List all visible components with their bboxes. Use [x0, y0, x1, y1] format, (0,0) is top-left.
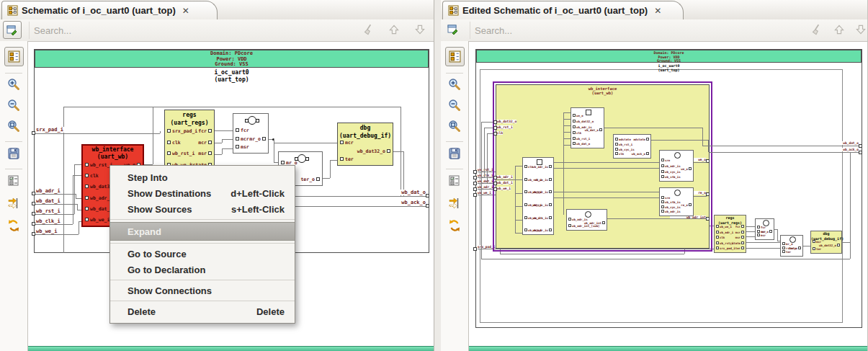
schematic-mode-button[interactable]: [445, 47, 465, 66]
new-search-button[interactable]: [3, 21, 22, 39]
pin-label: sre: [661, 159, 670, 163]
wire: [215, 130, 233, 131]
port-pin: [473, 182, 477, 185]
pin-label: ter: [782, 250, 791, 254]
menu-item-show-destinations[interactable]: Show Destinationsd+Left-Click: [110, 185, 295, 201]
block-regs[interactable]: regs (uart_regs) wb_we_iwb_adr_iclkwb_rs…: [714, 215, 746, 253]
display-options-button[interactable]: [6, 174, 21, 188]
flipflop-icon: [586, 110, 591, 115]
search-input[interactable]: [470, 22, 764, 39]
find-previous-icon[interactable]: [833, 23, 847, 37]
menu-label: Expand: [127, 226, 161, 237]
clear-search-icon[interactable]: [810, 23, 824, 37]
block-dbg[interactable]: dbg (uart_debug_if) mcrter wb_dat32_o: [337, 123, 393, 166]
port-label: srx_pad_i: [35, 127, 64, 133]
refresh-icon: [448, 219, 461, 232]
wire: [515, 233, 522, 234]
tab-edited-schematic[interactable]: Edited Schematic of i_oc_uart0 (uart_top…: [442, 1, 684, 19]
zoom-fit-icon: [7, 120, 20, 133]
zoom-in-icon: [7, 78, 20, 91]
port-label: wb_rst_i: [35, 208, 61, 214]
we-right-pins: we_o: [661, 159, 692, 179]
pin-label: wb_we_i: [85, 218, 109, 223]
subblock-we[interactable]: srewb_adr_iswb_cyc_iswb_stb_is we_o: [659, 150, 694, 182]
block-dbg[interactable]: dbg (uart_debug_if) mcrter wb_dat32_o: [810, 231, 842, 254]
logic1-right-pins: mr_o: [236, 128, 266, 150]
pin-label: wb_cyc_is: [615, 148, 635, 152]
search-input[interactable]: [29, 22, 323, 39]
toolbar-separator: [5, 73, 22, 74]
close-icon[interactable]: ✕: [654, 6, 661, 16]
pin-label: mcr: [236, 137, 249, 142]
wire: [481, 122, 493, 123]
menu-item-show-sources[interactable]: Show Sourcess+Left-Click: [110, 201, 295, 217]
trace-ports-button[interactable]: [447, 196, 462, 210]
wire: [330, 160, 337, 161]
menu-item-show-connections[interactable]: Show Connections: [110, 283, 295, 298]
menu-item-expand[interactable]: Expand: [110, 222, 295, 241]
pin-label: wb_dat_o: [573, 142, 590, 146]
tab-schematic[interactable]: Schematic of i_oc_uart0 (uart_top) ✕: [1, 1, 218, 19]
edge-pin-label: wb_dat32_o: [497, 120, 516, 123]
regs-right-pins: fcrmcrmsrrstateter: [716, 225, 744, 251]
find-next-icon[interactable]: [854, 23, 868, 37]
refresh-button[interactable]: [447, 218, 462, 233]
pin-label: adstate: [633, 138, 649, 142]
new-search-button[interactable]: [447, 24, 460, 37]
sync-left-pins: clkwb_rst_iwb_dat_iwb_adr_iwb_we_iwb_ack…: [524, 165, 552, 233]
subblock-sync[interactable]: clkwb_rst_iwb_dat_iwb_adr_iwb_we_iwb_ack…: [522, 157, 554, 235]
wire: [160, 131, 161, 133]
trace-ports-button[interactable]: [6, 196, 21, 210]
pin-label: ter: [813, 247, 821, 252]
schematic-mode-button[interactable]: [4, 47, 24, 66]
find-next-icon[interactable]: [413, 23, 428, 37]
schematic-icon: [7, 5, 18, 16]
menu-item-step-into[interactable]: Step Into: [110, 169, 295, 185]
zoom-fit-button[interactable]: [447, 119, 462, 133]
context-menu: Step Into Show Destinationsd+Left-Click …: [109, 165, 295, 324]
wire: [651, 140, 708, 141]
subblock-ack[interactable]: adstatewb_rst_iwb_cyc_isclk adstatewb_ac…: [613, 134, 651, 159]
block-logic2[interactable]: mr_orstateter ter_o: [780, 235, 803, 257]
edge-pin-label: clk: [497, 131, 503, 135]
close-icon[interactable]: ✕: [182, 6, 189, 16]
block-logic1[interactable]: fcrmcrmsr mr_o: [755, 218, 774, 240]
port-pin: [473, 170, 477, 174]
clear-search-icon[interactable]: [362, 23, 376, 37]
pin-label: fcr: [198, 129, 212, 134]
zoom-out-button[interactable]: [6, 98, 21, 112]
display-options-button[interactable]: [447, 174, 462, 188]
menu-item-go-to-declaration[interactable]: Go to Declaration: [110, 262, 295, 277]
logic1-left-pins: fcrmcrmsr: [757, 226, 772, 238]
wire: [34, 234, 79, 235]
wire: [694, 196, 707, 197]
menu-item-go-to-source[interactable]: Go to Source: [110, 246, 295, 262]
refresh-button[interactable]: [6, 218, 21, 233]
save-button[interactable]: [6, 146, 21, 161]
block-logic1[interactable]: fcrmcrmsr mr_o: [233, 113, 269, 154]
find-previous-icon[interactable]: [388, 23, 402, 37]
subblock-dat[interactable]: we_owb_dat32_owb_adr_isclkwb_rst_iwb_dat…: [571, 107, 604, 148]
zoom-fit-button[interactable]: [6, 119, 21, 133]
pin-label: wb_adr_is: [532, 228, 552, 233]
menu-item-delete[interactable]: DeleteDelete: [110, 303, 295, 319]
wire: [554, 197, 659, 198]
subblock-adr[interactable]: wb_adr_iswb_adr_int_[sub] wb_adr_int: [566, 209, 607, 231]
pin-label: clk: [573, 131, 581, 135]
zoom-out-button[interactable]: [447, 98, 462, 112]
power-domain-banner: Domain: PDcore Power: VDD Ground: VSS: [35, 50, 429, 68]
adr-left-pins: wb_adr_iswb_adr_int_[sub]: [568, 218, 605, 228]
port-label: wb_ack_o: [828, 148, 859, 151]
port-pin: [32, 131, 35, 135]
pin-label: wb_ack_o: [632, 152, 649, 156]
wire: [500, 254, 684, 254]
block-regs[interactable]: regs (uart_regs) srx_pad_iclkwb_rst_iwb_…: [164, 110, 215, 172]
menu-shortcut: Delete: [256, 306, 285, 317]
zoom-in-button[interactable]: [447, 77, 462, 92]
pin-label: wb_rst_i: [167, 151, 194, 156]
subblock-re[interactable]: srewb_stb_iswb_cyc_iswb_adr_is re_o: [659, 187, 694, 216]
save-button[interactable]: [447, 146, 462, 161]
sync-right-pins: wb_adr_iswb_we_iswb_dat_iswb_cyc_iswb_st…: [524, 165, 552, 233]
port-label: wb_ack_o: [386, 200, 426, 205]
zoom-in-button[interactable]: [6, 77, 21, 92]
